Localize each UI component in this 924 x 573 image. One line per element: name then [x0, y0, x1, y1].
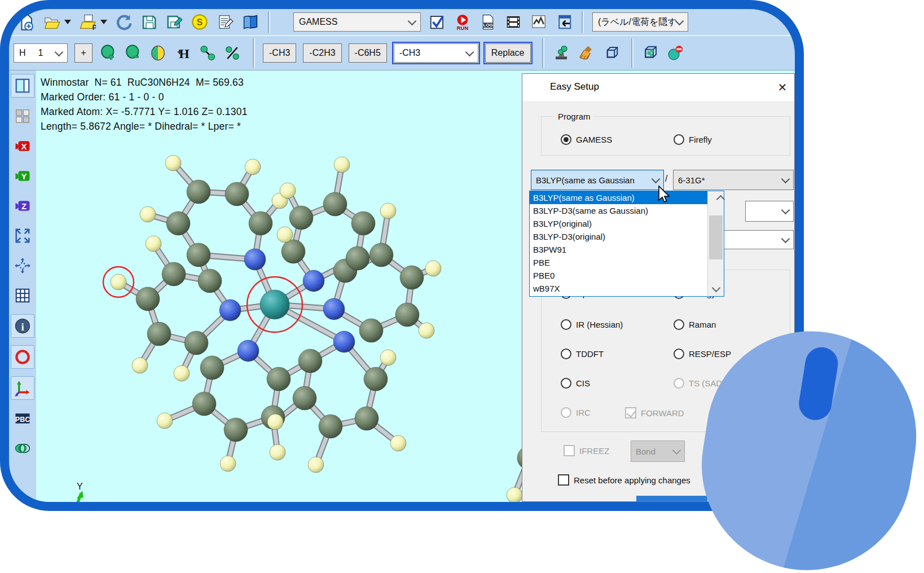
atom-c[interactable] — [192, 392, 216, 416]
scroll-up-icon[interactable] — [708, 191, 724, 205]
atom-n[interactable] — [333, 331, 355, 352]
label-display-select[interactable]: (ラベル/電荷を隠す — [592, 12, 688, 32]
solver-select[interactable]: GAMESS — [293, 12, 421, 32]
sidebar-info-icon[interactable]: i — [11, 314, 34, 338]
radio-icon[interactable] — [561, 378, 571, 389]
element-select[interactable]: H1 — [14, 43, 68, 63]
save-project-icon[interactable]: P — [78, 13, 96, 31]
atom-h[interactable] — [280, 183, 296, 199]
log-icon[interactable]: LOG — [479, 13, 497, 31]
new-file-icon[interactable] — [17, 13, 35, 31]
chart-icon[interactable] — [530, 13, 548, 31]
atom-c[interactable] — [147, 322, 171, 346]
atom-h[interactable] — [111, 274, 126, 290]
sidebar-view-x-icon[interactable]: X — [11, 135, 34, 157]
radio-icon[interactable] — [561, 319, 571, 330]
sidebar-view-y-icon[interactable]: Y — [11, 165, 34, 187]
atom-h[interactable] — [390, 435, 406, 451]
keywords-check-icon[interactable] — [428, 13, 446, 31]
atom-h[interactable] — [165, 155, 181, 171]
atom-c[interactable] — [400, 266, 424, 289]
fragment-button-c2h3[interactable]: -C2H3 — [303, 43, 341, 63]
sidebar-view-z-icon[interactable]: Z — [11, 195, 34, 217]
method-option-1[interactable]: B3LYP-D3(same as Gaussian) — [530, 204, 707, 217]
atom-c[interactable] — [166, 211, 190, 235]
atom-c[interactable] — [346, 246, 369, 270]
import-icon[interactable] — [555, 13, 573, 31]
open-file-menu-caret[interactable] — [64, 20, 71, 24]
charge-combobox[interactable] — [745, 201, 794, 222]
atom-h[interactable] — [270, 444, 285, 460]
sidebar-split-view-icon[interactable] — [11, 74, 34, 98]
dialog-titlebar[interactable]: Easy Setup ✕ — [522, 74, 794, 101]
calc-option-ir-hessian-[interactable]: IR (Hessian) — [561, 319, 623, 330]
atom-n[interactable] — [244, 249, 266, 270]
close-icon[interactable]: ✕ — [775, 80, 790, 95]
atom-c[interactable] — [224, 418, 248, 442]
increment-button[interactable]: + — [74, 43, 93, 63]
change-atom-icon[interactable] — [149, 44, 167, 62]
program-option-gamess[interactable]: GAMESS — [561, 134, 612, 145]
method-option-3[interactable]: B3LYP-D3(original) — [530, 230, 707, 243]
atom-n[interactable] — [219, 299, 241, 321]
atom-c[interactable] — [187, 243, 210, 267]
radio-icon[interactable] — [561, 134, 571, 145]
atom-c[interactable] — [267, 367, 291, 391]
solvate-box-icon[interactable] — [641, 44, 659, 62]
method-option-7[interactable]: wB97X — [530, 282, 707, 295]
dropdown-scrollbar[interactable] — [707, 191, 724, 296]
animation-icon[interactable] — [504, 13, 522, 31]
replace-button[interactable]: Replace — [485, 43, 531, 63]
calc-option-tddft[interactable]: TDDFT — [561, 349, 604, 359]
sidebar-pbc-icon[interactable]: PBC — [11, 407, 34, 430]
radio-icon[interactable] — [674, 134, 684, 145]
delete-atom-icon[interactable] — [124, 44, 142, 62]
atom-h[interactable] — [380, 350, 396, 365]
sidebar-axes-icon[interactable] — [11, 376, 34, 400]
atom-h[interactable] — [146, 236, 161, 252]
atom-c[interactable] — [198, 269, 222, 293]
notebook-icon[interactable] — [241, 13, 259, 31]
solvent-combobox[interactable] — [723, 230, 794, 249]
atom-ru[interactable] — [260, 290, 289, 319]
atom-h[interactable] — [425, 261, 441, 276]
charge-icon[interactable]: S — [191, 13, 209, 31]
atom-h[interactable] — [277, 227, 293, 243]
scroll-down-icon[interactable] — [708, 282, 724, 296]
save-as-icon[interactable] — [165, 13, 183, 31]
atom-c[interactable] — [319, 415, 342, 438]
sidebar-fit-view-icon[interactable] — [11, 224, 34, 247]
atom-h[interactable] — [267, 414, 283, 430]
atom-h[interactable] — [220, 456, 236, 471]
atom-c[interactable] — [364, 367, 388, 391]
method-option-5[interactable]: PBE — [530, 256, 707, 269]
atom-h[interactable] — [507, 487, 522, 502]
atom-h[interactable] — [157, 413, 173, 429]
basis-combobox[interactable]: 6-31G* — [673, 170, 794, 190]
method-dropdown-list[interactable]: B3LYP(same as Gaussian)B3LYP-D3(same as … — [529, 191, 724, 297]
atom-c[interactable] — [359, 319, 383, 342]
atom-n[interactable] — [237, 340, 259, 362]
add-hydrogen-icon[interactable]: H+ — [174, 44, 192, 62]
atom-c[interactable] — [187, 180, 210, 204]
fragment-button-c6h5[interactable]: -C6H5 — [349, 43, 387, 63]
stamp-fragment-icon[interactable] — [552, 44, 570, 62]
sidebar-tile-windows-icon[interactable] — [11, 105, 34, 127]
ifreez-checkbox[interactable] — [564, 445, 575, 456]
atom-c[interactable] — [323, 192, 347, 216]
run-icon[interactable]: RUN — [454, 13, 472, 31]
method-option-4[interactable]: B3PW91 — [530, 243, 707, 256]
program-option-firefly[interactable]: Firefly — [674, 134, 712, 145]
scrollbar-thumb[interactable] — [709, 215, 723, 259]
reset-checkbox[interactable] — [558, 474, 569, 486]
atom-c[interactable] — [200, 356, 224, 380]
atom-c[interactable] — [289, 206, 313, 230]
atom-h[interactable] — [334, 157, 350, 173]
atom-c[interactable] — [281, 240, 305, 263]
reload-icon[interactable] — [115, 13, 133, 31]
method-option-2[interactable]: B3LYP(original) — [530, 217, 707, 230]
atom-c[interactable] — [162, 262, 186, 286]
sidebar-ellipsoid-icon[interactable] — [11, 437, 34, 460]
sidebar-circle-marker-icon[interactable] — [11, 345, 34, 369]
sidebar-pan-view-icon[interactable] — [11, 254, 34, 277]
